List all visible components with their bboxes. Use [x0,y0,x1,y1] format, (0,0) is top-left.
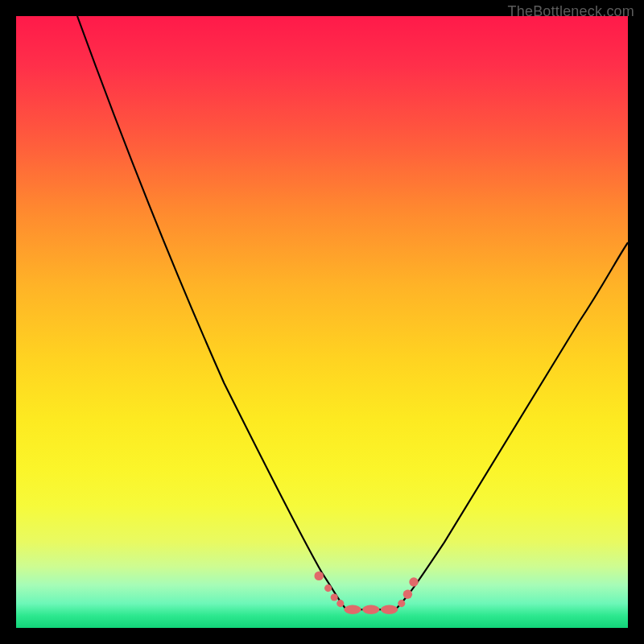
right-curve [395,242,628,609]
marker-dot [409,577,418,586]
marker-dot [381,605,398,614]
marker-dot [362,605,379,614]
marker-dot [315,572,324,580]
plot-area [16,16,628,628]
curve-layer [16,16,628,628]
left-curve [77,16,346,609]
marker-dot [336,600,344,607]
marker-group [315,572,419,614]
marker-dot [344,605,361,614]
marker-dot [398,600,405,607]
marker-dot [331,593,338,601]
watermark-text: TheBottleneck.com [508,3,634,20]
marker-dot [324,584,332,592]
chart-frame: TheBottleneck.com [0,0,644,644]
marker-dot [403,590,412,599]
